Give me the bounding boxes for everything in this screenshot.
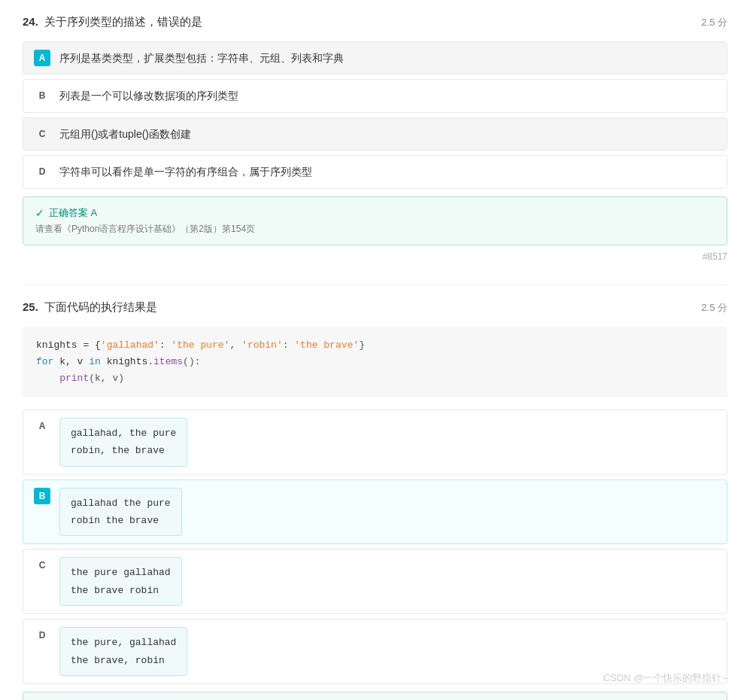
option-label-a: A: [34, 50, 50, 66]
option-text-d: 字符串可以看作是单一字符的有序组合，属于序列类型: [59, 163, 312, 180]
option-25-b[interactable]: B gallahad the pure robin the brave: [23, 479, 727, 545]
option-25-label-d: D: [34, 627, 50, 644]
option-25-c[interactable]: C the pure gallahad the brave robin: [23, 549, 727, 614]
option-24-b[interactable]: B 列表是一个可以修改数据项的序列类型: [23, 79, 727, 112]
code-line-2: for k, v in knights.items():: [36, 354, 714, 370]
option-label-c: C: [34, 126, 50, 142]
option-text-b: 列表是一个可以修改数据项的序列类型: [59, 87, 238, 104]
option-25-label-b: B: [34, 488, 50, 504]
option-25-label-c: C: [34, 557, 50, 574]
option-text-a: 序列是基类类型，扩展类型包括：字符串、元组、列表和字典: [59, 50, 344, 66]
option-24-a[interactable]: A 序列是基类类型，扩展类型包括：字符串、元组、列表和字典: [23, 41, 727, 75]
divider: [23, 285, 727, 285]
option-25-a-line2: robin, the brave: [71, 442, 176, 459]
answer-ref-24: 请查看《Python语言程序设计基础》（第2版）第154页: [35, 223, 715, 236]
question-24-id: #8517: [23, 251, 727, 262]
question-24-number: 24.: [23, 15, 38, 28]
question-24: 24. 关于序列类型的描述，错误的是 2.5 分 A 序列是基类类型，扩展类型包…: [23, 15, 727, 262]
answer-line-24: ✓ 正确答案 A: [35, 206, 715, 220]
option-24-c[interactable]: C 元组用()或者tuple()函数创建: [23, 117, 727, 151]
option-25-code-c: the pure gallahad the brave robin: [59, 557, 182, 606]
watermark: CSDN @一个快乐的野指针~: [603, 671, 727, 685]
code-line-3: print(k, v): [36, 370, 714, 387]
answer-block-24: ✓ 正确答案 A 请查看《Python语言程序设计基础》（第2版）第154页: [23, 196, 727, 245]
option-25-d-line1: the pure, gallahad: [71, 634, 176, 651]
question-24-title: 24. 关于序列类型的描述，错误的是: [23, 15, 202, 29]
question-24-score: 2.5 分: [701, 16, 727, 29]
code-block-25: knights = {'gallahad': 'the pure', 'robi…: [23, 327, 727, 397]
question-25-number: 25.: [23, 300, 38, 313]
option-25-a-line1: gallahad, the pure: [71, 425, 176, 442]
check-icon-24: ✓: [35, 207, 44, 219]
option-label-d: D: [34, 163, 50, 180]
option-25-code-b: gallahad the pure robin the brave: [59, 488, 182, 537]
option-24-d[interactable]: D 字符串可以看作是单一字符的有序组合，属于序列类型: [23, 155, 727, 188]
option-25-b-line2: robin the brave: [71, 512, 171, 529]
option-text-c: 元组用()或者tuple()函数创建: [59, 126, 191, 142]
option-25-d-line2: the brave, robin: [71, 652, 176, 669]
answer-block-25: ✓ 正确答案 B: [23, 692, 727, 700]
option-25-label-a: A: [34, 418, 50, 434]
option-25-c-line2: the brave robin: [71, 582, 171, 599]
option-label-b: B: [34, 87, 50, 104]
option-25-b-line1: gallahad the pure: [71, 495, 171, 512]
question-25: 25. 下面代码的执行结果是 2.5 分 knights = {'gallaha…: [23, 300, 727, 700]
option-25-a[interactable]: A gallahad, the pure robin, the brave: [23, 409, 727, 475]
question-25-score: 2.5 分: [701, 301, 727, 315]
option-25-code-d: the pure, gallahad the brave, robin: [59, 627, 187, 676]
question-24-header: 24. 关于序列类型的描述，错误的是 2.5 分: [23, 15, 727, 29]
option-25-code-a: gallahad, the pure robin, the brave: [59, 418, 187, 467]
question-25-header: 25. 下面代码的执行结果是 2.5 分: [23, 300, 727, 315]
option-25-c-line1: the pure gallahad: [71, 564, 171, 581]
code-line-1: knights = {'gallahad': 'the pure', 'robi…: [36, 337, 714, 354]
question-25-title: 25. 下面代码的执行结果是: [23, 300, 157, 315]
